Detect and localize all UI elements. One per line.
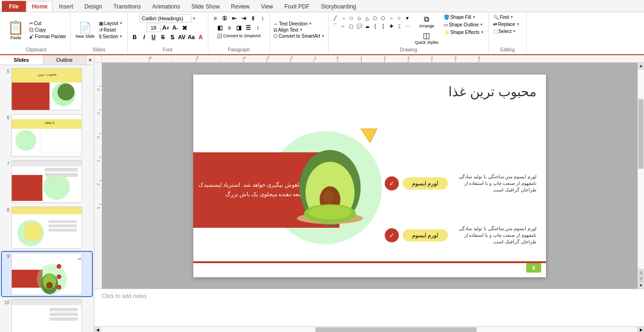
svg-point-96 xyxy=(309,205,351,219)
numbering-button[interactable]: ① xyxy=(221,14,229,23)
increase-font-button[interactable]: A+ xyxy=(162,24,170,32)
shape-fill-button[interactable]: 🪣 Shape Fill ▼ xyxy=(442,14,486,20)
scroll-right-button[interactable]: ▶ xyxy=(637,327,644,332)
italic-button[interactable]: I xyxy=(140,33,149,42)
align-left-button[interactable]: ◧ xyxy=(216,24,224,32)
tab-animations[interactable]: Animations xyxy=(147,1,185,12)
format-painter-button[interactable]: 🖌 Format Painter xyxy=(28,33,67,40)
shape-diamond[interactable]: ◇ xyxy=(355,14,363,22)
scroll-thumb[interactable] xyxy=(638,99,644,169)
slide-thumb-7[interactable]: 7 xyxy=(2,159,92,204)
tab-foxitpdf[interactable]: Foxit PDF xyxy=(279,1,314,12)
convert-smartart-button[interactable]: 🔄 Convert to SmartArt xyxy=(215,33,262,39)
font-color-button[interactable]: A xyxy=(197,33,205,42)
slide-preview-5: محبوب ترین xyxy=(12,68,82,110)
shape-circle[interactable]: ○ xyxy=(388,14,395,22)
slide-thumb-5[interactable]: 5 محبوب ترین xyxy=(2,67,92,111)
arrange-button[interactable]: ⧉ Arrange xyxy=(413,14,440,29)
slide-thumb-8[interactable]: 8 xyxy=(2,206,92,250)
shape-bracket[interactable]: [ xyxy=(380,22,387,30)
font-group: ▼ A+ A- ✖ B I U S S AV Aa A xyxy=(128,13,208,53)
scroll-left-button[interactable]: ◀ xyxy=(94,327,101,332)
scroll-up-button[interactable]: ▲ xyxy=(638,63,644,69)
shape-triangle[interactable]: △ xyxy=(363,14,371,22)
shape-connector[interactable]: ⌐ xyxy=(339,22,347,30)
shape-rect[interactable]: □ xyxy=(347,14,355,22)
tab-slides[interactable]: Slides xyxy=(0,55,43,65)
underline-button[interactable]: U xyxy=(149,33,158,42)
char-spacing-button[interactable]: AV xyxy=(178,33,186,42)
replace-button[interactable]: ⇄ Replace ▼ xyxy=(492,21,521,27)
shape-pentagon[interactable]: ⬠ xyxy=(372,14,379,22)
case-button[interactable]: Aa xyxy=(187,33,196,42)
shape-outline-button[interactable]: ▭ Shape Outline ▼ xyxy=(442,22,486,28)
bullets-button[interactable]: ≡ xyxy=(211,14,220,23)
increase-indent-button[interactable]: ⇥ xyxy=(239,14,248,23)
copy-button[interactable]: ⿻ Copy xyxy=(28,27,67,33)
shape-effects-button[interactable]: ✨ Shape Effects ▼ xyxy=(442,29,486,35)
align-text-btn[interactable]: ⊟ Align Text ▼ xyxy=(272,27,326,33)
text-direction-button[interactable]: ↕ xyxy=(258,14,267,23)
tab-insert[interactable]: Insert xyxy=(54,1,78,12)
decrease-font-button[interactable]: A- xyxy=(171,24,180,32)
cut-button[interactable]: ✂ Cut xyxy=(28,20,67,26)
bold-button[interactable]: B xyxy=(131,33,139,42)
shape-arrow[interactable]: → xyxy=(339,14,347,22)
convert-smartart-btn2[interactable]: ⬡ Convert to SmartArt ▼ xyxy=(272,33,326,39)
layout-button[interactable]: ▦ Layout ▼ xyxy=(98,20,124,26)
scroll-page-up-button[interactable]: △ xyxy=(638,269,644,275)
notes-area[interactable]: Click to add notes xyxy=(94,289,644,326)
select-button[interactable]: ⬚ Select ▼ xyxy=(492,28,518,34)
svg-rect-45 xyxy=(102,55,644,63)
shape-banner[interactable]: ⌶ xyxy=(396,22,403,30)
align-right-button[interactable]: ◨ xyxy=(235,24,243,32)
shape-line[interactable]: ╱ xyxy=(331,14,339,22)
shadow-button[interactable]: S xyxy=(168,33,177,42)
h-scroll-thumb[interactable] xyxy=(315,327,476,332)
tab-review[interactable]: Review xyxy=(226,1,255,12)
shape-more[interactable]: ▼ xyxy=(404,14,411,22)
new-slide-button[interactable]: 📄 New Slide xyxy=(74,21,97,40)
slide-canvas[interactable]: محبوب ترین غذا مشتری بسیار باهوش بیگیری … xyxy=(193,75,546,277)
tab-design[interactable]: Design xyxy=(79,1,107,12)
strikethrough-button[interactable]: S xyxy=(159,33,167,42)
justify-button[interactable]: ☰ xyxy=(244,24,253,32)
tab-view[interactable]: View xyxy=(256,1,278,12)
slide-thumb-6[interactable]: 6 slide 6 xyxy=(2,113,92,158)
scroll-down-button[interactable]: ▼ xyxy=(638,282,644,289)
decrease-indent-button[interactable]: ⇤ xyxy=(230,14,239,23)
shape-brace[interactable]: { xyxy=(372,22,379,30)
tab-file[interactable]: File xyxy=(2,1,26,12)
shape-rounded[interactable]: ▢ xyxy=(347,22,355,30)
section-button[interactable]: § Section ▼ xyxy=(98,33,124,40)
tab-storyboarding[interactable]: Storyboarding xyxy=(316,1,362,12)
panel-close-button[interactable]: ✕ xyxy=(86,55,94,65)
shape-cross[interactable]: ✚ xyxy=(388,22,395,30)
shape-cloud[interactable]: ☁ xyxy=(363,22,371,30)
scroll-page-down-button[interactable]: ▽ xyxy=(638,275,644,282)
shape-callout[interactable]: 💬 xyxy=(355,22,363,30)
canvas-scroll-area[interactable]: محبوب ترین غذا مشتری بسیار باهوش بیگیری … xyxy=(102,63,637,289)
paste-button[interactable]: 📋 Paste xyxy=(5,18,27,42)
shape-hexagon[interactable]: ⬡ xyxy=(380,14,387,22)
vertical-scrollbar[interactable]: ▲ △ ▽ ▼ xyxy=(637,63,644,289)
slide-thumb-10[interactable]: 10 xyxy=(2,298,92,332)
reset-button[interactable]: ↺ Reset xyxy=(98,27,124,33)
quick-styles-button[interactable]: ◫ Quick Styles xyxy=(413,30,440,46)
line-spacing-button[interactable]: ↕ xyxy=(254,24,262,32)
tab-slideshow[interactable]: Slide Show xyxy=(186,1,225,12)
shape-more2[interactable]: ⋯ xyxy=(404,22,411,30)
find-button[interactable]: 🔍 Find ▼ xyxy=(492,14,515,20)
text-direction-btn[interactable]: ↔ Text Direction ▼ xyxy=(272,21,326,27)
font-family-input[interactable] xyxy=(140,14,191,23)
slide-thumb-9[interactable]: 9 محبوب ترین ✓ ✓ xyxy=(2,252,92,296)
shape-star[interactable]: ☆ xyxy=(396,14,403,22)
align-center-button[interactable]: ≡ xyxy=(225,24,234,32)
tab-home[interactable]: Home xyxy=(27,1,53,12)
tab-outline[interactable]: Outline xyxy=(43,55,87,65)
tab-transitions[interactable]: Transitions xyxy=(108,1,146,12)
clear-formatting-button[interactable]: ✖ xyxy=(181,24,189,32)
font-size-input[interactable] xyxy=(147,24,161,32)
shape-curve[interactable]: ⌒ xyxy=(331,22,339,30)
columns-button[interactable]: ⫴ xyxy=(249,14,257,23)
